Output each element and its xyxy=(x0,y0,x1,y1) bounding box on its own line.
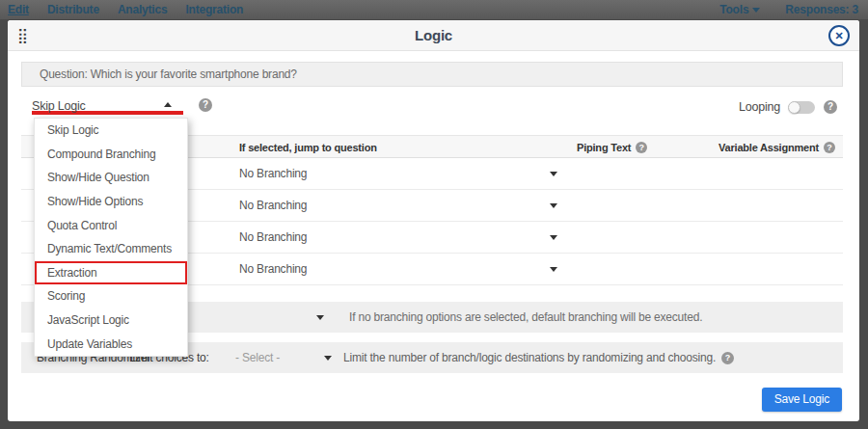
modal-title: Logic xyxy=(8,20,859,51)
chevron-down-icon xyxy=(316,315,324,320)
jump-to-question-select[interactable]: No Branching xyxy=(239,158,557,190)
variable-column-header: Variable Assignment xyxy=(719,137,819,159)
looping-label: Looping xyxy=(739,100,780,114)
default-branching-note: If no branching options are selected, de… xyxy=(349,302,702,333)
tab-distribute[interactable]: Distribute xyxy=(47,3,99,16)
randomizer-note: Limit the number of branch/logic destina… xyxy=(343,342,716,373)
close-icon[interactable]: ✕ xyxy=(828,25,850,46)
menu-item-extraction[interactable]: Extraction xyxy=(35,261,187,285)
logic-type-value: Skip Logic xyxy=(32,99,86,113)
jump-select-value: No Branching xyxy=(239,199,307,212)
save-logic-button[interactable]: Save Logic xyxy=(762,388,842,412)
jump-to-question-select[interactable]: No Branching xyxy=(239,254,557,285)
chevron-down-icon xyxy=(752,8,760,13)
menu-item-dynamic-text-comments[interactable]: Dynamic Text/Comments xyxy=(35,237,187,261)
variable-help-icon[interactable]: ? xyxy=(824,142,835,153)
chevron-down-icon xyxy=(550,235,557,240)
chevron-up-icon xyxy=(164,102,172,107)
jump-to-question-select[interactable]: No Branching xyxy=(239,222,557,254)
menu-item-scoring[interactable]: Scoring xyxy=(35,284,187,308)
piping-help-icon[interactable]: ? xyxy=(636,142,647,153)
chevron-down-icon xyxy=(550,203,557,208)
logic-type-select[interactable]: Skip Logic xyxy=(32,96,183,115)
chevron-down-icon xyxy=(550,267,557,272)
randomizer-help-icon[interactable]: ? xyxy=(721,352,734,364)
top-menu: Edit Distribute Analytics Integration xyxy=(0,3,261,16)
jump-select-value: No Branching xyxy=(239,262,307,276)
chevron-down-icon xyxy=(324,356,332,361)
toggle-knob xyxy=(788,101,800,114)
modal-header: ⣿ Logic ✕ xyxy=(8,20,859,51)
responses-count[interactable]: Responses: 3 xyxy=(785,3,858,16)
logic-type-menu: Skip Logic Compound Branching Show/Hide … xyxy=(34,118,188,357)
tab-edit[interactable]: Edit xyxy=(8,3,29,16)
question-label: Question: Which is your favorite smartph… xyxy=(21,62,843,87)
default-branching-select[interactable] xyxy=(307,302,334,333)
chevron-down-icon xyxy=(550,172,557,176)
limit-choices-value: - Select - xyxy=(235,342,280,373)
limit-choices-select[interactable]: - Select - xyxy=(228,342,332,373)
menu-item-skip-logic[interactable]: Skip Logic xyxy=(35,119,187,143)
jump-column-header: If selected, jump to question xyxy=(239,136,377,159)
jump-to-question-select[interactable]: No Branching xyxy=(239,190,557,222)
piping-column-header: Piping Text xyxy=(577,137,631,159)
logic-modal: ⣿ Logic ✕ Question: Which is your favori… xyxy=(8,20,859,421)
looping-toggle[interactable] xyxy=(789,101,815,114)
menu-item-quota-control[interactable]: Quota Control xyxy=(35,213,187,237)
menu-item-show-hide-question[interactable]: Show/Hide Question xyxy=(35,166,187,190)
menu-item-javascript-logic[interactable]: JavaScript Logic xyxy=(35,308,187,333)
menu-item-compound-branching[interactable]: Compound Branching xyxy=(35,143,187,167)
top-navigation-bar: Edit Distribute Analytics Integration To… xyxy=(0,0,868,19)
menu-item-update-variables[interactable]: Update Variables xyxy=(35,332,187,356)
logic-type-help-icon[interactable]: ? xyxy=(199,98,212,112)
tools-dropdown[interactable]: Tools xyxy=(719,3,760,16)
jump-select-value: No Branching xyxy=(239,230,307,244)
tools-label: Tools xyxy=(719,3,748,16)
looping-help-icon[interactable]: ? xyxy=(824,100,837,114)
jump-select-value: No Branching xyxy=(239,167,307,180)
tab-analytics[interactable]: Analytics xyxy=(118,3,168,16)
looping-control: Looping ? xyxy=(739,100,837,114)
tab-integration[interactable]: Integration xyxy=(185,3,243,16)
menu-item-show-hide-options[interactable]: Show/Hide Options xyxy=(35,190,187,214)
